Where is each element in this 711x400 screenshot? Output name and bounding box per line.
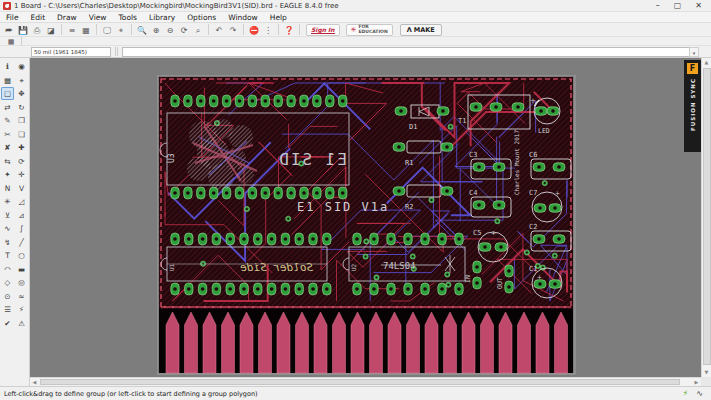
copy-tool[interactable]: ❐ xyxy=(15,114,28,127)
menu-item-view[interactable]: View xyxy=(83,12,113,23)
fusion-icon: F xyxy=(687,63,698,74)
command-bar: 50 mil (1961 1845) xyxy=(0,46,711,58)
text-tool[interactable]: T xyxy=(1,249,14,262)
ratsnest-tool[interactable]: ☰ xyxy=(1,303,14,316)
via-tool[interactable]: ◎ xyxy=(15,276,28,289)
board-title-silkscreen: E1 SID V1a xyxy=(297,200,389,214)
pinswap-tool[interactable]: ⇆ xyxy=(1,155,14,168)
value-tool[interactable]: V xyxy=(15,182,28,195)
redo-icon[interactable]: ↷ xyxy=(227,24,240,36)
zoom-in-icon[interactable]: ⊕ xyxy=(150,24,163,36)
scroll-left-arrow[interactable]: ◀ xyxy=(30,378,39,386)
maximize-button[interactable]: ▢ xyxy=(674,2,682,10)
signin-badge[interactable]: Sign In xyxy=(306,24,340,36)
secondary-toolbar: ▦ xyxy=(0,37,711,46)
library-manager-icon[interactable]: ▦ xyxy=(80,24,93,36)
rect-tool[interactable]: ▬ xyxy=(15,263,28,276)
errors-tool[interactable]: ⚠ xyxy=(15,317,28,330)
minimize-button[interactable]: – xyxy=(656,2,660,10)
zoom-fit-icon[interactable]: 🔍 xyxy=(136,24,149,36)
zoom-select-icon[interactable]: ⌕ xyxy=(192,24,205,36)
status-bar: Left-click&drag to define group (or left… xyxy=(0,386,711,400)
component-out-header: OUT xyxy=(496,277,504,289)
move-tool[interactable]: ✥ xyxy=(15,87,28,100)
replace-tool[interactable]: ⟳ xyxy=(15,155,28,168)
scroll-right-arrow[interactable]: ▶ xyxy=(692,378,701,386)
menu-item-library[interactable]: Library xyxy=(143,12,181,23)
horizontal-scroll-thumb[interactable] xyxy=(40,379,680,385)
hole-tool[interactable]: ⊙ xyxy=(1,290,14,303)
led-label: LED xyxy=(538,127,550,135)
vertical-scroll-thumb[interactable] xyxy=(703,68,711,365)
menu-item-tools[interactable]: Tools xyxy=(113,12,143,23)
cut-tool[interactable]: ✂ xyxy=(1,128,14,141)
scroll-down-arrow[interactable]: ▼ xyxy=(702,368,711,377)
arc-tool[interactable]: ◠ xyxy=(1,263,14,276)
miter-tool[interactable]: ◿ xyxy=(15,195,28,208)
ratsnest-status-icon[interactable]: ∿ xyxy=(696,389,703,398)
board-canvas[interactable]: U3 E1 SID E1 SID V1a U1 xyxy=(30,58,701,377)
scroll-up-arrow[interactable]: ▲ xyxy=(702,58,711,67)
circle-tool[interactable]: ○ xyxy=(15,249,28,262)
drc-tool[interactable]: ✔ xyxy=(1,317,14,330)
delete-tool[interactable]: ✘ xyxy=(1,141,14,154)
open-icon[interactable]: ⮫ xyxy=(3,24,16,36)
change-tool[interactable]: ✎ xyxy=(1,114,14,127)
menu-item-help[interactable]: Help xyxy=(264,12,293,23)
split-tool[interactable]: ⊻ xyxy=(1,209,14,222)
education-star-icon: ✳ xyxy=(351,26,357,34)
command-dropdown-arrow[interactable]: ▾ xyxy=(689,47,699,57)
layer-settings-icon[interactable]: ≡ xyxy=(66,24,79,36)
mark-icon[interactable]: ⌖ xyxy=(115,24,128,36)
rotate-tool[interactable]: ↻ xyxy=(15,101,28,114)
autorouter-status-icon[interactable]: ⚡ xyxy=(683,389,689,398)
u1-mirrored-label: Solder Side xyxy=(240,261,313,274)
stop-icon[interactable]: ⛔ xyxy=(248,24,261,36)
paste-tool[interactable]: ❏ xyxy=(15,128,28,141)
route-tool[interactable]: ∫ xyxy=(15,222,28,235)
wire-tool[interactable]: ╱ xyxy=(15,236,28,249)
make-button[interactable]: Λ MAKE xyxy=(400,24,442,36)
c1-label: C1 xyxy=(529,265,537,273)
mark-tool[interactable]: ⌖ xyxy=(15,74,28,87)
ripup-tool[interactable]: ↯ xyxy=(1,236,14,249)
display-tool[interactable]: ▦ xyxy=(1,74,14,87)
lock-tool[interactable]: ✦ xyxy=(1,168,14,181)
command-input[interactable] xyxy=(122,47,699,57)
go-icon[interactable]: ⋮ xyxy=(262,24,275,36)
out-label: OUT xyxy=(496,277,504,289)
mirror-tool[interactable]: ⇄ xyxy=(1,101,14,114)
vertical-scrollbar[interactable]: ▲ ▼ xyxy=(701,58,711,377)
autoroute-tool[interactable]: ⚡ xyxy=(15,303,28,316)
info-tool[interactable]: ℹ xyxy=(1,60,14,73)
polygon-tool[interactable]: ◇ xyxy=(1,276,14,289)
zoom-out-icon[interactable]: ⊖ xyxy=(164,24,177,36)
close-button[interactable]: ✕ xyxy=(695,2,702,10)
undo-icon[interactable]: ↶ xyxy=(213,24,226,36)
add-tool[interactable]: ✚ xyxy=(15,141,28,154)
horizontal-scrollbar[interactable]: ◀ ▶ xyxy=(30,377,701,386)
u1-ref-label: U1 xyxy=(168,263,175,271)
wrench-tool[interactable]: ✛ xyxy=(15,168,28,181)
signal-tool[interactable]: ≈ xyxy=(15,290,28,303)
education-badge[interactable]: ✳ FOR EDUCATION xyxy=(346,24,393,36)
export-image-icon[interactable]: ◪ xyxy=(45,24,58,36)
help-icon[interactable]: ❓ xyxy=(283,24,296,36)
fusion-sync-tab[interactable]: F FUSION SYNC xyxy=(684,60,701,152)
optimize-tool[interactable]: ⊿ xyxy=(15,209,28,222)
menu-item-file[interactable]: File xyxy=(0,12,25,23)
display-layers-icon[interactable]: 🖵 xyxy=(101,24,114,36)
print-icon[interactable]: ⎙ xyxy=(31,24,44,36)
meander-tool[interactable]: ∿ xyxy=(1,222,14,235)
menu-item-draw[interactable]: Draw xyxy=(51,12,83,23)
menu-item-window[interactable]: Window xyxy=(222,12,264,23)
menu-item-options[interactable]: Options xyxy=(181,12,222,23)
show-tool[interactable]: ◉ xyxy=(15,60,28,73)
smash-tool[interactable]: ✳ xyxy=(1,195,14,208)
zoom-redraw-icon[interactable]: ⟳ xyxy=(178,24,191,36)
menu-item-edit[interactable]: Edit xyxy=(25,12,52,23)
name-tool[interactable]: N xyxy=(1,182,14,195)
svg-text:+: + xyxy=(555,189,560,196)
group-tool[interactable]: ▢ xyxy=(1,87,14,100)
save-icon[interactable]: 💾 xyxy=(17,24,30,36)
